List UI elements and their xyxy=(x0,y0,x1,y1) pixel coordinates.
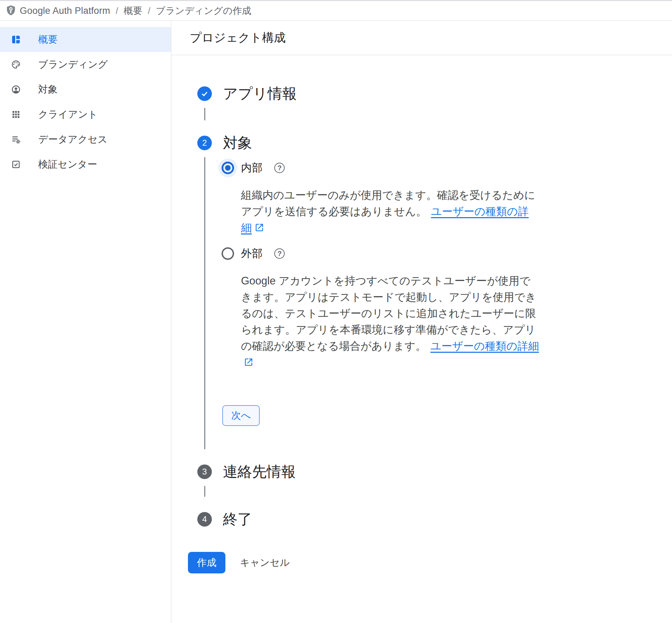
project-setup-stepper: アプリ情報 2 対象 内部 ? xyxy=(171,55,672,527)
dashboard-icon xyxy=(11,35,21,44)
radio-external-unselected[interactable] xyxy=(222,247,234,260)
step-title: アプリ情報 xyxy=(223,86,672,101)
step-connector xyxy=(204,108,205,120)
step-title: 対象 xyxy=(223,136,672,150)
step-number-badge: 2 xyxy=(197,136,212,150)
radio-option-external[interactable]: 外部 ? xyxy=(218,244,672,263)
help-icon[interactable]: ? xyxy=(274,248,285,259)
step-rail: 2 xyxy=(197,136,212,464)
main-content: プロジェクト構成 アプリ情報 2 xyxy=(171,21,672,623)
top-bar: Google Auth Platform / 概要 / ブランディングの作成 xyxy=(0,0,672,21)
step-number-badge: 3 xyxy=(197,464,212,479)
breadcrumb-separator: / xyxy=(148,6,150,16)
sidebar-item-label: 概要 xyxy=(38,33,58,46)
breadcrumb-page: ブランディングの作成 xyxy=(156,5,251,17)
step-title: 終了 xyxy=(223,512,672,527)
radio-halo xyxy=(218,159,237,177)
data-access-icon xyxy=(11,135,21,144)
cancel-button[interactable]: キャンセル xyxy=(240,556,290,569)
person-icon xyxy=(11,85,21,94)
breadcrumb-separator: / xyxy=(116,6,118,16)
page-title: プロジェクト構成 xyxy=(190,30,286,46)
option-description-external: Google アカウントを持つすべてのテストユーザーが使用できます。アプリはテス… xyxy=(241,273,539,370)
option-description-internal: 組織内のユーザーのみが使用できます。確認を受けるためにアプリを送信する必要はあり… xyxy=(241,187,539,236)
radio-halo xyxy=(218,244,237,263)
external-link-icon[interactable] xyxy=(244,357,253,367)
step-number-badge: 4 xyxy=(197,512,212,527)
sidebar-item-branding[interactable]: ブランディング xyxy=(0,52,171,77)
user-type-details-link[interactable]: ユーザーの種類の詳細 xyxy=(430,340,539,352)
radio-option-internal[interactable]: 内部 ? xyxy=(218,159,672,177)
step-finish: 4 終了 xyxy=(197,512,672,527)
sidebar-item-overview[interactable]: 概要 xyxy=(0,27,171,52)
create-button[interactable]: 作成 xyxy=(188,552,225,573)
step-app-info: アプリ情報 xyxy=(197,86,672,136)
next-button[interactable]: 次へ xyxy=(222,405,260,426)
page-title-bar: プロジェクト構成 xyxy=(171,21,672,55)
breadcrumb-section[interactable]: 概要 xyxy=(124,5,143,17)
sidebar-item-label: 対象 xyxy=(38,83,58,96)
step-audience: 2 対象 内部 ? 組織内のユーザーのみが使用できます。確認を受けるためにアプリ… xyxy=(197,136,672,464)
shield-key-icon xyxy=(6,4,16,17)
step-rail xyxy=(197,86,212,136)
help-icon[interactable]: ? xyxy=(274,163,285,173)
breadcrumb-product[interactable]: Google Auth Platform xyxy=(20,6,110,16)
step-rail: 3 xyxy=(197,464,212,512)
radio-internal-selected[interactable] xyxy=(222,162,234,174)
sidebar-item-verification-center[interactable]: 検証センター xyxy=(0,152,171,177)
external-link-icon[interactable] xyxy=(255,223,264,232)
verification-checkbox-icon xyxy=(11,160,21,169)
step-connector xyxy=(204,157,205,449)
step-completed-check-icon xyxy=(197,86,212,101)
sidebar-item-label: データアクセス xyxy=(38,133,107,146)
palette-icon xyxy=(11,60,21,69)
step-rail: 4 xyxy=(197,512,212,527)
sidebar-item-label: 検証センター xyxy=(38,158,97,171)
step-title: 連絡先情報 xyxy=(223,464,672,479)
sidebar-item-label: ブランディング xyxy=(38,58,108,71)
sidebar-item-audience[interactable]: 対象 xyxy=(0,77,171,102)
sidebar: 概要 ブランディング 対象 xyxy=(0,21,171,623)
radio-option-label: 外部 xyxy=(241,246,262,261)
sidebar-item-clients[interactable]: クライアント xyxy=(0,102,171,127)
step-connector xyxy=(204,486,205,497)
step-contact-info: 3 連絡先情報 xyxy=(197,464,672,512)
sidebar-item-label: クライアント xyxy=(38,108,98,121)
apps-grid-icon xyxy=(11,110,21,119)
sidebar-item-data-access[interactable]: データアクセス xyxy=(0,127,171,152)
radio-option-label: 内部 xyxy=(241,161,262,175)
form-actions: 作成 キャンセル xyxy=(188,552,672,615)
